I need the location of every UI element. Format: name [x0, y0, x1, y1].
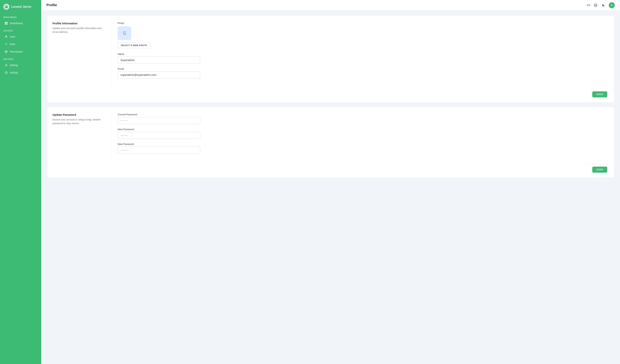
select-photo-button[interactable]: SELECT A NEW PHOTO	[118, 43, 150, 48]
sidebar-item-dashboard[interactable]: Dashboard	[1, 20, 40, 27]
new-password-input[interactable]	[118, 132, 200, 139]
content-area: Profile Information Update your account'…	[41, 11, 620, 364]
profile-save-button[interactable]: SAVE	[592, 91, 607, 97]
email-input[interactable]	[118, 71, 200, 78]
svg-rect-1	[5, 22, 6, 23]
name-label: Name	[118, 53, 607, 56]
svg-rect-4	[6, 23, 7, 25]
sidebar-user-label: User	[10, 35, 15, 38]
sidebar-dashboard-label: Dashboard	[10, 22, 23, 25]
sidebar-item-permission[interactable]: Permission	[1, 48, 40, 55]
setting-icon	[4, 63, 8, 67]
confirm-password-input[interactable]	[118, 147, 200, 154]
profile-info-description: Profile Information Update your account'…	[47, 16, 111, 88]
sidebar-role-label: Role	[10, 43, 15, 46]
language-selector[interactable]: EN	[587, 4, 590, 7]
current-password-group: Current Password	[118, 113, 607, 124]
page-title: Profile	[46, 3, 57, 7]
logo-icon	[3, 4, 9, 10]
photo-label: Photo	[118, 22, 607, 25]
activity-icon	[4, 71, 8, 74]
user-icon	[4, 35, 8, 38]
svg-point-8	[6, 65, 7, 66]
app-name: Laravel Jarvis	[11, 5, 31, 8]
user-avatar[interactable]: S	[609, 2, 615, 8]
current-password-label: Current Password	[118, 113, 607, 116]
update-password-card: Update Password Ensure your account is u…	[47, 107, 614, 178]
header-actions: EN S	[587, 2, 615, 8]
current-password-input[interactable]	[118, 117, 200, 124]
profile-save-row: SAVE	[47, 88, 614, 102]
password-save-button[interactable]: SAVE	[592, 167, 607, 173]
profile-info-form: Photo S SELECT A NEW PHOTO Name Email	[111, 16, 614, 88]
svg-rect-2	[6, 22, 7, 23]
name-field-group: Name	[118, 53, 607, 64]
globe-icon[interactable]	[593, 3, 598, 8]
email-label: Email	[118, 67, 607, 70]
new-password-label: New Password	[118, 128, 607, 131]
profile-information-card: Profile Information Update your account'…	[47, 16, 614, 102]
svg-point-7	[6, 51, 7, 52]
dark-mode-icon[interactable]	[601, 3, 606, 8]
dashboard-icon	[4, 22, 8, 25]
sidebar-setting-label: Setting	[10, 64, 18, 67]
role-icon	[4, 43, 8, 46]
svg-point-5	[6, 36, 7, 37]
password-desc: Ensure your account is using a long, ran…	[52, 118, 106, 125]
profile-avatar: S	[118, 26, 131, 40]
sidebar-permission-label: Permission	[10, 50, 23, 53]
sidebar-item-activity[interactable]: Activity	[1, 69, 40, 76]
confirm-password-group: New Password	[118, 143, 607, 154]
permission-icon	[4, 50, 8, 53]
email-field-group: Email	[118, 67, 607, 78]
sidebar-item-role[interactable]: Role	[1, 41, 40, 48]
access-label: ACCESS	[0, 27, 41, 33]
name-input[interactable]	[118, 57, 200, 64]
main-area: Profile EN S Profile Information Update …	[41, 0, 620, 364]
sidebar: Laravel Jarvis MAIN MENU Dashboard ACCES…	[0, 0, 41, 364]
password-form: Current Password New Password New Passwo…	[111, 107, 614, 163]
svg-rect-3	[5, 23, 6, 25]
password-description: Update Password Ensure your account is u…	[47, 107, 111, 163]
svg-point-0	[4, 4, 9, 9]
confirm-password-label: New Password	[118, 143, 607, 146]
sidebar-item-user[interactable]: User	[1, 33, 40, 40]
header: Profile EN S	[41, 0, 620, 11]
setting-label: SETTING	[0, 56, 41, 61]
app-logo[interactable]: Laravel Jarvis	[0, 0, 41, 14]
main-menu-label: MAIN MENU	[0, 14, 41, 19]
svg-point-6	[5, 51, 7, 53]
password-save-row: SAVE	[47, 163, 614, 178]
new-password-group: New Password	[118, 128, 607, 139]
profile-info-title: Profile Information	[52, 22, 106, 25]
sidebar-item-setting[interactable]: Setting	[1, 62, 40, 69]
profile-info-desc: Update your account's profile informatio…	[52, 26, 106, 34]
sidebar-activity-label: Activity	[10, 71, 18, 74]
password-title: Update Password	[52, 113, 106, 116]
